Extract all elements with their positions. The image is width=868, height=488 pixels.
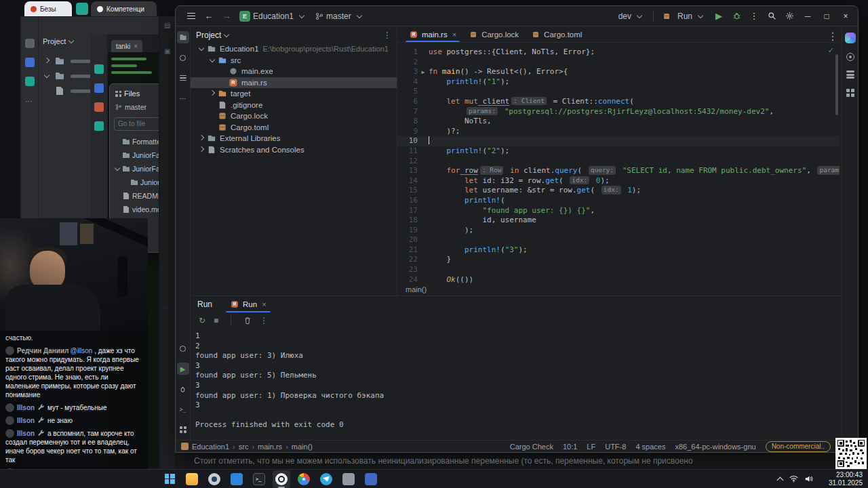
browser-tab-2[interactable]: Компетенци (91, 1, 157, 16)
project-selector[interactable]: E Education1 (235, 9, 311, 24)
project-tool-icon[interactable] (177, 31, 189, 43)
editor-scrollbar[interactable] (835, 54, 838, 115)
grid-icon[interactable] (25, 39, 35, 48)
status-item[interactable]: 4 spaces (635, 443, 665, 451)
files-popup-item[interactable]: Formatter (114, 135, 159, 148)
close-icon[interactable]: × (452, 30, 456, 39)
blue-tool-icon[interactable] (25, 58, 35, 67)
tree-item[interactable]: External Libraries (191, 133, 397, 144)
teal-tool-icon[interactable] (25, 77, 35, 86)
obs-icon[interactable] (273, 470, 290, 488)
editor-tab[interactable]: Cargo.toml (525, 26, 588, 42)
code-line[interactable]: 21 println!("3"); (397, 245, 840, 256)
explorer-icon[interactable] (183, 470, 201, 488)
editor-tab[interactable]: main.rs× (403, 26, 462, 42)
run-gutter-icon[interactable]: ▶ (422, 69, 425, 75)
chevron-right-icon[interactable] (199, 146, 204, 152)
settings-button[interactable] (781, 9, 798, 24)
ai-assistant-icon[interactable] (845, 33, 856, 43)
bg-tree-row[interactable] (41, 71, 98, 81)
code-line[interactable]: 3▶fn main() -> Result<(), Error>{ (397, 67, 840, 77)
files-popup-item[interactable]: JuniorFactory (114, 176, 159, 189)
bg-project-header[interactable]: Project (43, 37, 77, 45)
teal-tool-icon[interactable] (94, 121, 104, 131)
code-line[interactable]: 1use postgres::{Client, NoTls, Error}; (397, 47, 840, 58)
notifications-icon[interactable] (846, 53, 854, 61)
folder-icon[interactable]: ▣ (164, 47, 170, 55)
chevron-right-icon[interactable] (210, 90, 215, 96)
debug-button[interactable] (728, 9, 745, 24)
rerun-icon[interactable]: ↻ (199, 316, 205, 325)
volume-icon[interactable] (805, 475, 814, 483)
vscode-icon[interactable] (228, 470, 245, 488)
run-configuration-selector[interactable]: Run (658, 9, 710, 24)
files-popup-item[interactable]: README.md (114, 189, 159, 203)
plugins-tool-icon[interactable] (846, 89, 854, 97)
more-icon[interactable]: ⋯ (25, 97, 35, 106)
telegram-icon[interactable] (317, 470, 335, 488)
terminal-icon[interactable] (250, 470, 268, 488)
editor-tab[interactable]: Cargo.lock (462, 26, 525, 42)
teal-app-icon[interactable] (76, 3, 88, 15)
minimize-button[interactable]: ─ (798, 7, 817, 25)
problems-tool-icon[interactable] (177, 342, 189, 354)
maximize-button[interactable]: □ (817, 7, 836, 25)
project-panel-header[interactable]: Project ⋮ (191, 27, 397, 43)
circle-icon[interactable]: ◌ (164, 304, 168, 311)
code-line[interactable]: 8 NoTls, (397, 117, 840, 127)
chevron-down-icon[interactable] (199, 45, 204, 51)
bg-tree-row[interactable] (41, 86, 94, 96)
start-icon[interactable] (161, 470, 178, 488)
status-item[interactable]: LF (587, 443, 595, 451)
profile-selector[interactable]: dev (614, 9, 649, 24)
terminal-tool-icon[interactable]: >_ (177, 403, 189, 415)
tree-item[interactable]: main.exe (191, 66, 397, 77)
steam-icon[interactable] (205, 470, 223, 488)
back-button[interactable]: ← (200, 9, 218, 24)
code-line[interactable]: 17 "found app user: {}) {}", (397, 206, 840, 216)
chevron-right-icon[interactable] (199, 135, 204, 140)
breadcrumb-item[interactable]: main.rs (258, 443, 282, 451)
license-badge[interactable]: Non-commercial.. (766, 441, 831, 452)
code-line[interactable]: 23 (397, 265, 840, 275)
search-everywhere-button[interactable] (763, 9, 781, 24)
grid-icon[interactable]: ▤ (164, 22, 170, 29)
code-line[interactable]: 11 println!("2"); (397, 146, 840, 157)
browser-tab-1[interactable]: Безы (24, 1, 72, 16)
breadcrumb-item[interactable]: Education1 (192, 443, 229, 451)
tree-item[interactable]: main.rs (191, 77, 397, 89)
code-line[interactable]: 22 } (397, 255, 840, 265)
status-item[interactable]: 10:1 (563, 443, 577, 451)
chevron-icon[interactable] (115, 165, 120, 170)
files-popup-item[interactable]: JuniorFactory (114, 148, 159, 162)
wifi-icon[interactable] (789, 475, 798, 483)
bg-tree-row[interactable] (41, 56, 91, 66)
breadcrumb-item[interactable]: main() (292, 443, 313, 451)
console-output[interactable]: 12found app user: 3) Илюха3found app use… (191, 331, 842, 441)
taskbar-clock[interactable]: 23:00:43 31.01.2025 (821, 471, 863, 487)
code-line[interactable]: 14 let id: i32 = row.get( idx: 0); (397, 176, 840, 186)
more-tools-icon[interactable]: ⋯ (177, 92, 189, 104)
inspection-ok-icon[interactable]: ✓ (828, 46, 834, 55)
status-item[interactable]: Cargo Check (510, 443, 553, 451)
red-tool-icon[interactable] (94, 102, 104, 112)
code-line[interactable]: 2 (397, 58, 840, 68)
chrome-icon[interactable] (295, 470, 313, 488)
code-line[interactable]: 13 for row: Row in client.query( query: … (397, 166, 840, 176)
close-button[interactable]: × (836, 7, 855, 25)
tree-item[interactable]: Scratches and Consoles (191, 144, 397, 156)
database-tool-icon[interactable] (846, 70, 854, 79)
forward-button[interactable]: → (218, 9, 235, 24)
code-line[interactable]: 12 (397, 157, 840, 167)
code-line[interactable]: 5 (397, 87, 840, 97)
code-line[interactable]: 9 )?; (397, 127, 840, 137)
status-item[interactable]: x86_64-pc-windows-gnu (675, 443, 755, 451)
chat-mention[interactable]: @illson (70, 347, 92, 354)
bg-editor-tab[interactable]: tanki × (111, 40, 142, 52)
breadcrumb-item[interactable]: src (239, 443, 249, 451)
teal-tool-icon[interactable] (94, 64, 104, 74)
structure-tool-icon[interactable] (177, 72, 189, 84)
run-tool-icon[interactable]: ▶ (177, 363, 189, 375)
code-line[interactable]: 6 let mut client: Client = Client::conne… (397, 97, 840, 107)
branch-selector[interactable]: master (115, 103, 159, 111)
